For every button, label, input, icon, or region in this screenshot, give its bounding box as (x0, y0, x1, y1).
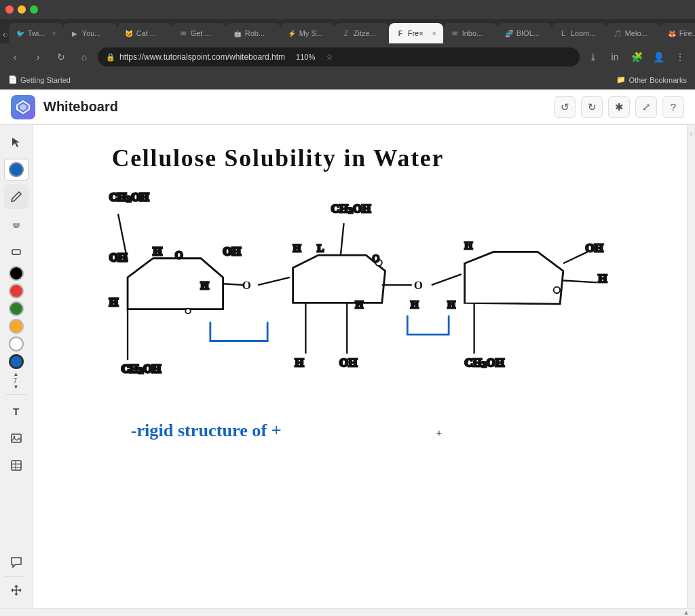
svg-text:OH: OH (586, 242, 603, 254)
color-blue[interactable] (9, 354, 24, 369)
svg-text:H: H (598, 272, 607, 285)
menu-button[interactable]: ⋮ (671, 47, 690, 66)
tab-mys[interactable]: ⚡ My S... (280, 23, 335, 43)
fullscreen-button[interactable]: ⤢ (635, 96, 657, 118)
other-bookmarks-label: Other Bookmarks (628, 76, 687, 84)
tab-melo[interactable]: 🎵 Melo... (606, 23, 660, 43)
minimize-button[interactable] (18, 5, 26, 14)
scroll-up-icon[interactable]: ▲ (683, 609, 690, 616)
tab-label-melo: Melo... (625, 29, 647, 37)
tab-label-rob: Rob... (245, 29, 265, 37)
sidebar: ▲ 7 ▼ T (0, 125, 33, 608)
app-container: Whiteboard ↺ ↻ ✱ ⤢ ? (0, 90, 695, 616)
extensions-button[interactable]: 🧩 (627, 47, 646, 66)
brush-size-arrows: ▲ 7 ▼ (14, 372, 19, 390)
magic-button[interactable]: ✱ (608, 96, 630, 118)
tab-favicon-twi: 🐦 (16, 28, 25, 38)
right-panel-handle[interactable]: › (687, 125, 695, 608)
header-actions: ↺ ↻ ✱ ⤢ ? (554, 96, 684, 118)
color-red[interactable] (9, 284, 24, 299)
svg-marker-28 (293, 255, 386, 303)
linkedin-button[interactable]: in (605, 47, 624, 66)
tab-label-twi: Twi... (28, 29, 45, 37)
address-bar[interactable]: 🔒 https://www.tutorialspoint.com/whitebo… (98, 47, 580, 66)
bookmarks-bar: 📄 Getting Started 📁 Other Bookmarks (0, 71, 695, 90)
tab-close-twi[interactable]: × (52, 30, 56, 37)
bottom-handle: ▲ (0, 608, 695, 616)
downloads-button[interactable]: ⤓ (584, 47, 603, 66)
bookmark-icon: 📄 (8, 75, 18, 84)
svg-text:L: L (317, 243, 324, 254)
whiteboard-svg: Cellulose Solubility in Water OH H OH H … (33, 125, 687, 608)
svg-rect-4 (12, 250, 20, 254)
tab-favicon-rob: 🤖 (233, 28, 242, 38)
help-button[interactable]: ? (662, 96, 684, 118)
text-tool[interactable]: T (4, 399, 29, 423)
svg-text:CH₂OH: CH₂OH (109, 191, 149, 204)
svg-text:H: H (109, 296, 118, 309)
back-nav-button[interactable]: ‹ (5, 47, 24, 66)
home-button[interactable]: ⌂ (75, 47, 94, 66)
svg-text:H: H (293, 243, 301, 254)
forward-nav-button[interactable]: › (29, 47, 48, 66)
color-green[interactable] (9, 301, 24, 316)
tab-favicon-cat: 🐱 (124, 28, 134, 38)
redo-button[interactable]: ↻ (581, 96, 603, 118)
tab-cat[interactable]: 🐱 Cat ... (117, 23, 172, 43)
tab-bar: ‹ › 🐦 Twi... × ▶ You... 🐱 Cat ... ✉ Get … (0, 19, 695, 43)
move-tool[interactable] (4, 578, 29, 602)
eraser-tool[interactable] (4, 239, 29, 263)
image-tool[interactable] (4, 426, 29, 450)
svg-line-27 (258, 277, 290, 285)
svg-line-32 (341, 223, 344, 255)
color-white[interactable] (9, 336, 24, 351)
comment-tool[interactable] (4, 550, 29, 575)
address-text: https://www.tutorialspoint.com/whiteboar… (119, 52, 285, 62)
refresh-button[interactable]: ↻ (52, 47, 71, 66)
svg-text:H: H (465, 240, 473, 251)
logo-icon (16, 100, 31, 115)
highlighter-tool[interactable] (4, 212, 29, 236)
svg-text:OH: OH (223, 245, 241, 258)
tab-favicon-mys: ⚡ (287, 28, 297, 38)
tab-close-fre[interactable]: × (432, 30, 436, 37)
app-title: Whiteboard (43, 99, 118, 115)
maximize-button[interactable] (30, 5, 38, 14)
color-black[interactable] (9, 266, 24, 281)
brush-size-up[interactable]: ▲ (14, 372, 19, 377)
getting-started-bookmark[interactable]: 📄 Getting Started (8, 75, 71, 84)
svg-text:OH: OH (109, 251, 127, 264)
tab-fre[interactable]: F Fre× × (389, 23, 443, 43)
bookmark-star-icon[interactable]: ☆ (326, 52, 333, 62)
profile-button[interactable]: 👤 (649, 47, 668, 66)
tab-get[interactable]: ✉ Get ... (172, 23, 226, 43)
svg-text:O: O (373, 253, 379, 264)
select-tool[interactable] (4, 130, 29, 155)
app-header: Whiteboard ↺ ↻ ✱ ⤢ ? (0, 90, 695, 125)
svg-point-44 (554, 287, 560, 293)
tab-zitz[interactable]: Z Zitze... (335, 23, 389, 43)
canvas-area[interactable]: Cellulose Solubility in Water OH H OH H … (33, 125, 687, 608)
svg-text:CH₂OH: CH₂OH (465, 356, 505, 369)
tab-favicon-loom: L (559, 28, 568, 38)
tab-fire[interactable]: 🦊 Fire... (660, 23, 695, 43)
tab-you[interactable]: ▶ You... (63, 23, 117, 43)
active-color-swatch[interactable] (9, 162, 24, 177)
tab-bio[interactable]: 🧬 BIOL... (497, 23, 552, 43)
tab-rob[interactable]: 🤖 Rob... (226, 23, 280, 43)
app-body: ▲ 7 ▼ T (0, 125, 695, 608)
tab-label-cat: Cat ... (136, 29, 156, 37)
pen-tool[interactable] (4, 185, 29, 209)
tab-twi[interactable]: 🐦 Twi... × (9, 23, 63, 43)
other-bookmarks[interactable]: 📁 Other Bookmarks (616, 75, 687, 84)
tab-label-fire: Fire... (679, 29, 695, 37)
undo-button[interactable]: ↺ (554, 96, 576, 118)
tab-inbox[interactable]: ✉ Inbo... (443, 23, 497, 43)
color-yellow[interactable] (9, 319, 24, 334)
nav-bar: ‹ › ↻ ⌂ 🔒 https://www.tutorialspoint.com… (0, 43, 695, 71)
brush-size-control: ▲ 7 ▼ (14, 372, 19, 390)
tab-loom[interactable]: L Loom... (552, 23, 606, 43)
close-button[interactable] (5, 5, 14, 14)
brush-size-down[interactable]: ▼ (14, 385, 19, 390)
table-tool[interactable] (4, 453, 29, 478)
